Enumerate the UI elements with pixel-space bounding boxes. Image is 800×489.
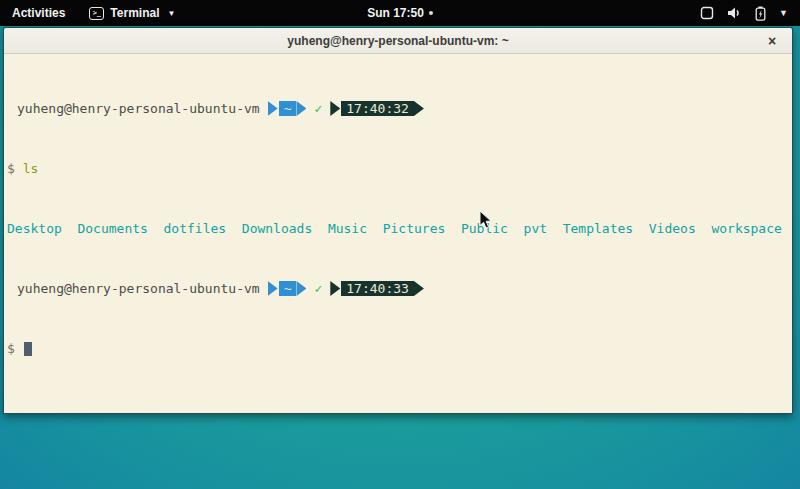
clock-label: Sun 17:50 — [367, 6, 424, 20]
terminal-app-icon: >_ — [89, 7, 104, 20]
prompt-symbol: $ — [7, 341, 15, 356]
activities-button[interactable]: Activities — [0, 0, 79, 26]
powerline-arrow-icon — [268, 101, 278, 116]
powerline-point-icon — [414, 101, 424, 116]
cwd-segment: ~ — [279, 281, 297, 296]
terminal-window: yuheng@henry-personal-ubuntu-vm: ~ × yuh… — [3, 27, 793, 414]
clock-button[interactable]: Sun 17:50 — [367, 6, 433, 20]
terminal-cursor — [24, 342, 32, 356]
chevron-down-icon: ▼ — [167, 9, 175, 18]
system-status-area[interactable]: ▼ — [688, 0, 800, 26]
terminal-content[interactable]: yuheng@henry-personal-ubuntu-vm ~ ✓ 17:4… — [4, 54, 792, 413]
status-check-icon: ✓ — [312, 101, 324, 116]
time-segment: 17:40:33 — [341, 281, 414, 296]
typed-command: ls — [23, 161, 39, 176]
prompt-symbol: $ — [7, 161, 15, 176]
prompt-user: yuheng@henry-personal-ubuntu-vm — [17, 101, 260, 116]
powerline-arrow-icon — [268, 281, 278, 296]
window-titlebar[interactable]: yuheng@henry-personal-ubuntu-vm: ~ × — [4, 28, 792, 54]
powerline-arrow-icon — [330, 101, 340, 116]
screen-icon — [700, 6, 714, 20]
powerline-point-icon — [296, 101, 306, 116]
battery-charging-icon — [755, 6, 766, 21]
prompt-line-1: yuheng@henry-personal-ubuntu-vm ~ ✓ 17:4… — [7, 101, 792, 116]
volume-icon — [727, 6, 742, 20]
input-line[interactable]: $ — [7, 341, 792, 356]
notification-dot-icon — [429, 11, 433, 15]
prompt-user: yuheng@henry-personal-ubuntu-vm — [17, 281, 260, 296]
top-bar: Activities >_ Terminal ▼ Sun 17:50 ▼ — [0, 0, 800, 26]
app-menu-label: Terminal — [110, 6, 159, 20]
powerline-arrow-icon — [330, 281, 340, 296]
time-segment: 17:40:32 — [341, 101, 414, 116]
prompt-line-2: yuheng@henry-personal-ubuntu-vm ~ ✓ 17:4… — [7, 281, 792, 296]
status-check-icon: ✓ — [312, 281, 324, 296]
powerline-point-icon — [414, 281, 424, 296]
close-button[interactable]: × — [762, 28, 782, 54]
ls-output: Desktop Documents dotfiles Downloads Mus… — [7, 221, 792, 236]
system-menu-chevron-icon: ▼ — [779, 8, 788, 18]
cwd-segment: ~ — [279, 101, 297, 116]
command-line: $ ls — [7, 161, 792, 176]
window-title: yuheng@henry-personal-ubuntu-vm: ~ — [287, 34, 508, 48]
powerline-point-icon — [296, 281, 306, 296]
app-menu-terminal[interactable]: >_ Terminal ▼ — [79, 0, 185, 26]
